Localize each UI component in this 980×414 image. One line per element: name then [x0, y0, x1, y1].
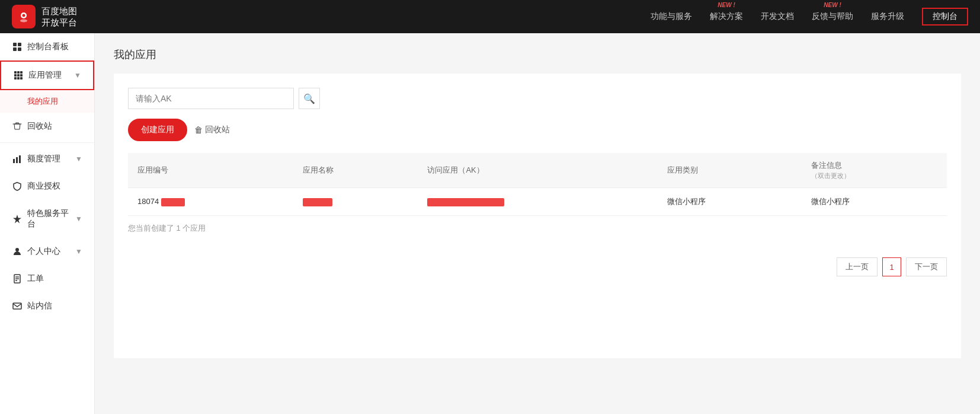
logo-text: 百度地图 开放平台 [41, 5, 77, 28]
svg-point-1 [23, 14, 25, 17]
redacted-app-ak [427, 198, 504, 206]
mail-icon [12, 301, 23, 311]
file-icon [12, 273, 23, 284]
shield-icon [12, 181, 23, 192]
chart-icon [12, 154, 23, 164]
svg-rect-14 [17, 77, 20, 79]
nav-console[interactable]: 控制台 [922, 8, 968, 26]
svg-rect-8 [17, 71, 20, 74]
trash-button[interactable]: 🗑 回收站 [194, 125, 230, 135]
nav-functions[interactable]: 功能与服务 [651, 9, 692, 24]
search-button[interactable]: 🔍 [299, 88, 320, 109]
header: 百度地图 开放平台 功能与服务 NEW ! 解决方案 开发文档 NEW ! 反馈… [0, 0, 980, 33]
apps-icon [13, 70, 24, 81]
content-card: 🔍 创建应用 🗑 回收站 应用编号 应用名称 访问应用（AK） [114, 74, 961, 358]
svg-point-2 [20, 20, 27, 23]
sidebar-item-dashboard[interactable]: 控制台看板 [0, 33, 94, 60]
search-input[interactable] [128, 88, 294, 109]
svg-rect-17 [16, 157, 18, 163]
chevron-down-icon: ▼ [74, 71, 81, 79]
svg-rect-3 [13, 43, 17, 46]
svg-rect-11 [17, 74, 20, 77]
th-app-ak: 访问应用（AK） [418, 153, 658, 188]
grid-icon [12, 42, 23, 52]
redacted-app-no [161, 198, 185, 206]
svg-point-19 [15, 248, 19, 251]
main-content: 我的应用 🔍 创建应用 🗑 回收站 [95, 33, 980, 414]
new-badge-solutions: NEW ! [718, 2, 735, 8]
svg-rect-15 [20, 77, 23, 79]
pagination: 上一页 1 下一页 [128, 257, 947, 276]
svg-rect-5 [13, 47, 17, 51]
cell-app-no: 18074 [128, 188, 293, 216]
search-bar: 🔍 [128, 88, 947, 109]
sidebar-item-app-mgmt[interactable]: 应用管理 ▼ [0, 60, 94, 90]
sidebar-item-biz-auth[interactable]: 商业授权 [0, 173, 94, 200]
star-icon [12, 214, 23, 224]
chevron-down-icon-quota: ▼ [75, 155, 82, 163]
svg-rect-24 [13, 303, 21, 309]
svg-rect-9 [20, 71, 23, 74]
summary-text: 您当前创建了 1 个应用 [128, 223, 947, 234]
sidebar-sub-app-mgmt: 我的应用 [0, 90, 94, 113]
logo-icon [12, 5, 36, 28]
svg-rect-10 [14, 74, 17, 77]
redacted-app-name [303, 198, 332, 206]
new-badge-feedback: NEW ! [824, 2, 841, 8]
cell-app-name [293, 188, 418, 216]
nav-solutions[interactable]: NEW ! 解决方案 [710, 9, 743, 24]
sidebar-item-messages[interactable]: 站内信 [0, 292, 94, 320]
sidebar-item-personal[interactable]: 个人中心 ▼ [0, 238, 94, 265]
chevron-down-icon-special: ▼ [75, 215, 82, 223]
th-app-type: 应用类别 [658, 153, 802, 188]
chevron-down-icon-personal: ▼ [75, 247, 82, 256]
prev-page-button[interactable]: 上一页 [837, 257, 877, 276]
cell-app-note: 微信小程序 [802, 188, 947, 216]
header-nav: 功能与服务 NEW ! 解决方案 开发文档 NEW ! 反馈与帮助 服务升级 控… [651, 8, 968, 26]
table-row: 18074 微信小程序 微信小程序 [128, 188, 947, 216]
cell-app-ak [418, 188, 658, 216]
svg-rect-16 [13, 159, 15, 163]
page-title: 我的应用 [114, 47, 961, 62]
svg-rect-13 [14, 77, 17, 79]
trash-icon: 🗑 [194, 125, 203, 135]
sidebar-item-work-order[interactable]: 工单 [0, 265, 94, 292]
recycle-icon [12, 121, 23, 132]
search-icon: 🔍 [303, 93, 315, 104]
nav-feedback[interactable]: NEW ! 反馈与帮助 [812, 9, 853, 24]
svg-rect-12 [20, 74, 23, 77]
create-app-button[interactable]: 创建应用 [128, 119, 187, 141]
current-page: 1 [882, 257, 901, 276]
svg-rect-18 [19, 155, 21, 163]
divider-1 [0, 142, 94, 143]
svg-rect-6 [18, 47, 21, 51]
action-bar: 创建应用 🗑 回收站 [128, 119, 947, 141]
next-page-button[interactable]: 下一页 [906, 257, 947, 276]
nav-upgrade[interactable]: 服务升级 [871, 9, 904, 24]
svg-rect-7 [14, 71, 17, 74]
cell-app-type: 微信小程序 [658, 188, 802, 216]
nav-docs[interactable]: 开发文档 [761, 9, 794, 24]
sidebar-item-recycle[interactable]: 回收站 [0, 113, 94, 140]
sidebar: 控制台看板 应用管理 ▼ 我的应用 [0, 33, 95, 414]
th-app-no: 应用编号 [128, 153, 293, 188]
person-icon [12, 246, 23, 257]
layout: 控制台看板 应用管理 ▼ 我的应用 [0, 33, 980, 414]
sidebar-item-my-apps[interactable]: 我的应用 [0, 90, 94, 113]
table-header-row: 应用编号 应用名称 访问应用（AK） 应用类别 备注信息 （双击更改） [128, 153, 947, 188]
app-table: 应用编号 应用名称 访问应用（AK） 应用类别 备注信息 （双击更改） 1807… [128, 153, 947, 216]
th-app-name: 应用名称 [293, 153, 418, 188]
svg-rect-4 [18, 43, 21, 46]
sidebar-item-special-svc[interactable]: 特色服务平台 ▼ [0, 200, 94, 238]
logo: 百度地图 开放平台 [12, 5, 77, 28]
th-app-note: 备注信息 （双击更改） [802, 153, 947, 188]
sidebar-item-quota[interactable]: 额度管理 ▼ [0, 145, 94, 173]
